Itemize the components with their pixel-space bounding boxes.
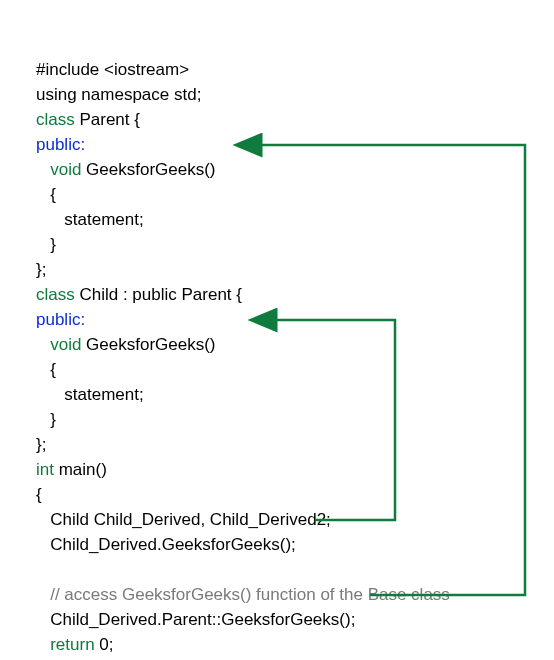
comment-line: // access GeeksforGeeks() function of th… xyxy=(50,585,450,604)
using-directive: using namespace std; xyxy=(36,85,201,104)
statement-parent: statement; xyxy=(64,210,143,229)
code-block: #include <iostream> using namespace std;… xyxy=(36,32,450,660)
class-end-child: }; xyxy=(36,435,46,454)
return-keyword: return xyxy=(50,635,94,654)
statement-child: statement; xyxy=(64,385,143,404)
child-declaration: Child : public Parent { xyxy=(75,285,242,304)
include-directive: #include <iostream> xyxy=(36,60,189,79)
parent-method-signature: GeeksforGeeks() xyxy=(81,160,215,179)
public-keyword-child: public: xyxy=(36,310,85,329)
brace-close-child: } xyxy=(50,410,56,429)
void-keyword-child: void xyxy=(50,335,81,354)
main-line-1: Child Child_Derived, Child_Derived2; xyxy=(50,510,331,529)
int-keyword: int xyxy=(36,460,54,479)
brace-close: } xyxy=(50,235,56,254)
class-keyword-child: class xyxy=(36,285,75,304)
class-keyword-parent: class xyxy=(36,110,75,129)
brace-open-child: { xyxy=(50,360,56,379)
class-end-parent: }; xyxy=(36,260,46,279)
main-line-2: Child_Derived.GeeksforGeeks(); xyxy=(50,535,296,554)
public-keyword-parent: public: xyxy=(36,135,85,154)
main-brace-open: { xyxy=(36,485,42,504)
void-keyword-parent: void xyxy=(50,160,81,179)
return-value: 0; xyxy=(95,635,114,654)
brace-open: { xyxy=(50,185,56,204)
child-method-signature: GeeksforGeeks() xyxy=(81,335,215,354)
parent-declaration: Parent { xyxy=(75,110,140,129)
main-line-3: Child_Derived.Parent::GeeksforGeeks(); xyxy=(45,610,355,629)
main-declaration: main() xyxy=(54,460,107,479)
